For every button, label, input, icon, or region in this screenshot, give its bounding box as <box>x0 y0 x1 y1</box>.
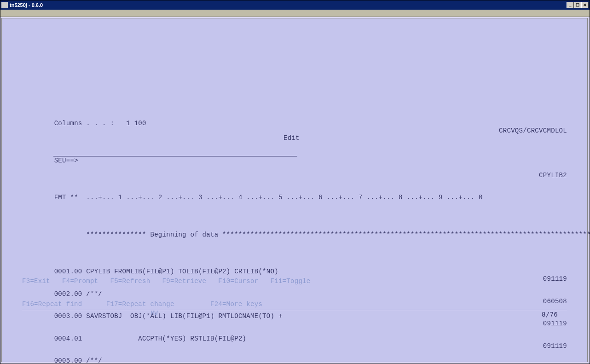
minimize-button[interactable]: _ <box>567 2 574 8</box>
app-icon <box>1 2 8 8</box>
window-controls: _ ☐ ✕ <box>567 2 589 8</box>
cursor-position: 8/76 <box>542 311 558 318</box>
header-row-columns: Columns . . . : 1 100 CRCVQS/CRCVCMDLOL … <box>22 112 567 120</box>
toolbar-strip <box>0 10 590 17</box>
seu-label: SEU==> <box>54 157 78 164</box>
header-row-fmt: FMT ** ...+... 1 ...+... 2 ...+... 3 ...… <box>22 186 567 194</box>
fkey-row-1: F3=Exit F4=Prompt F5=Refresh F9=Retrieve… <box>22 277 311 285</box>
close-button[interactable]: ✕ <box>581 2 589 8</box>
seu-command-input[interactable] <box>53 150 297 156</box>
begin-data-marker: *************** Beginning of data ******… <box>22 224 567 231</box>
fmt-label: FMT ** <box>54 194 78 201</box>
columns-value: 1 100 <box>126 120 146 127</box>
source-text: /**/ <box>86 357 102 364</box>
change-date: 060508 <box>543 298 567 305</box>
change-date: 091119 <box>543 342 567 350</box>
edit-mode-label: Edit <box>283 134 300 142</box>
change-date: 091119 <box>543 275 567 283</box>
seq-number: 0005.00 <box>54 357 82 364</box>
columns-label: Columns . . . : <box>54 120 115 127</box>
seq-number: 0004.01 <box>54 335 82 342</box>
fkey-row-2: F16=Repeat find F17=Repeat change F24=Mo… <box>22 300 311 308</box>
library-member: CRCVQS/CRCVCMDLOL <box>499 127 567 134</box>
source-line[interactable]: 0004.01 ACCPTH(*YES) RSTLIB(FIL@P2) 0911… <box>22 328 567 335</box>
change-date: 091119 <box>543 320 567 327</box>
maximize-button[interactable]: ☐ <box>574 2 581 8</box>
member-type: CPYLIB2 <box>539 172 567 179</box>
source-text: ACCPTH(*YES) RSTLIB(FIL@P2) <box>86 335 246 342</box>
column-ruler: ...+... 1 ...+... 2 ...+... 3 ...+... 4 … <box>86 194 482 201</box>
status-indicator: MW <box>151 309 158 317</box>
header-row-seu: SEU==> CPYLIB2 <box>22 150 567 157</box>
status-line: MW 8/76 <box>22 310 567 318</box>
title-bar: tn5250j - 0.6.0 _ ☐ ✕ <box>0 0 590 10</box>
window-title: tn5250j - 0.6.0 <box>10 2 567 8</box>
terminal-screen[interactable]: Columns . . . : 1 100 CRCVQS/CRCVCMDLOL … <box>1 18 588 362</box>
source-line[interactable]: 0005.00 /**/ 060508 <box>22 350 567 358</box>
